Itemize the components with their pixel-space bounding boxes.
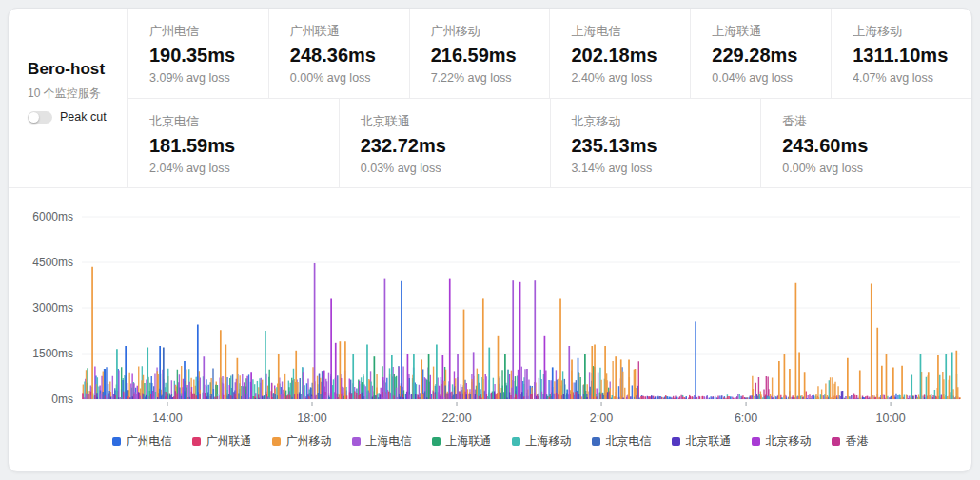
legend-label: 上海联通: [446, 433, 492, 450]
stat-node-name: 广州联通: [290, 23, 409, 40]
stat-avg-loss: 3.09% avg loss: [149, 71, 268, 85]
legend-swatch-icon: [832, 437, 840, 446]
legend-item[interactable]: 上海移动: [512, 433, 572, 450]
monitor-stat-card[interactable]: 上海联通 229.28ms 0.04% avg loss: [690, 9, 831, 98]
monitor-stat-card[interactable]: 香港 243.60ms 0.00% avg loss: [760, 99, 971, 188]
svg-text:2:00: 2:00: [590, 412, 613, 425]
legend-swatch-icon: [752, 437, 760, 446]
stat-node-name: 北京电信: [149, 113, 339, 130]
svg-text:4500ms: 4500ms: [32, 256, 73, 269]
svg-text:6:00: 6:00: [735, 412, 757, 425]
legend-label: 北京移动: [766, 433, 812, 450]
stat-latency-value: 181.59ms: [149, 135, 339, 157]
monitor-stat-card[interactable]: 上海移动 1311.10ms 4.07% avg loss: [831, 9, 971, 98]
svg-text:10:00: 10:00: [875, 412, 905, 425]
monitor-stat-card[interactable]: 北京移动 235.13ms 3.14% avg loss: [550, 99, 761, 188]
stats-grid: 广州电信 190.35ms 3.09% avg loss 广州联通 248.36…: [127, 9, 971, 187]
monitor-card: Bero-host 10 个监控服务 Peak cut 广州电信 190.35m…: [8, 8, 972, 472]
stat-avg-loss: 0.03% avg loss: [361, 162, 550, 175]
svg-text:0ms: 0ms: [51, 393, 73, 406]
monitor-stat-card[interactable]: 广州移动 216.59ms 7.22% avg loss: [409, 9, 550, 98]
host-title: Bero-host: [28, 60, 127, 79]
legend-label: 广州联通: [206, 433, 252, 450]
stat-avg-loss: 2.04% avg loss: [149, 162, 339, 175]
legend-label: 上海移动: [526, 433, 572, 450]
stat-node-name: 香港: [782, 113, 971, 130]
stat-node-name: 北京联通: [361, 113, 550, 130]
stat-node-name: 广州电信: [149, 23, 268, 40]
legend-swatch-icon: [272, 437, 281, 446]
toggle-knob-icon: [29, 112, 39, 123]
legend-item[interactable]: 广州联通: [192, 433, 252, 450]
stat-avg-loss: 0.04% avg loss: [712, 71, 831, 85]
legend-item[interactable]: 香港: [832, 433, 869, 450]
chart-legend: 广州电信 广州联通 广州移动 上海电信 上海联通 上海移动 北京电信 北京联通 …: [9, 433, 971, 450]
host-subtitle: 10 个监控服务: [28, 86, 127, 102]
stat-avg-loss: 3.14% avg loss: [572, 162, 761, 175]
svg-text:1500ms: 1500ms: [32, 347, 73, 360]
legend-label: 北京联通: [686, 433, 732, 450]
stat-latency-value: 202.18ms: [571, 45, 690, 67]
stat-avg-loss: 0.00% avg loss: [290, 71, 409, 85]
legend-swatch-icon: [432, 437, 441, 446]
legend-item[interactable]: 广州移动: [272, 433, 332, 450]
peak-cut-label: Peak cut: [60, 110, 107, 124]
chart-section: 0ms1500ms3000ms4500ms6000ms14:0018:0022:…: [9, 187, 971, 471]
legend-label: 香港: [846, 433, 869, 450]
stat-latency-value: 190.35ms: [149, 45, 268, 67]
legend-label: 上海电信: [366, 433, 412, 450]
svg-text:14:00: 14:00: [152, 412, 182, 425]
svg-text:6000ms: 6000ms: [32, 210, 73, 223]
stat-avg-loss: 0.00% avg loss: [782, 162, 971, 175]
chart-canvas: 0ms1500ms3000ms4500ms6000ms14:0018:0022:…: [9, 188, 971, 471]
monitor-stat-card[interactable]: 广州电信 190.35ms 3.09% avg loss: [127, 9, 268, 98]
legend-swatch-icon: [112, 437, 121, 446]
stat-latency-value: 229.28ms: [712, 45, 831, 67]
legend-item[interactable]: 上海联通: [432, 433, 492, 450]
stats-row-2: 北京电信 181.59ms 2.04% avg loss 北京联通 232.72…: [127, 98, 971, 188]
svg-text:18:00: 18:00: [297, 412, 326, 425]
legend-swatch-icon: [512, 437, 520, 446]
legend-item[interactable]: 北京电信: [592, 433, 652, 450]
stat-avg-loss: 4.07% avg loss: [853, 71, 971, 85]
stat-latency-value: 248.36ms: [290, 45, 409, 67]
monitor-stat-card[interactable]: 广州联通 248.36ms 0.00% avg loss: [268, 9, 409, 98]
legend-swatch-icon: [672, 437, 680, 446]
legend-label: 广州电信: [127, 433, 172, 450]
monitor-stat-card[interactable]: 北京联通 232.72ms 0.03% avg loss: [339, 99, 550, 188]
stat-latency-value: 235.13ms: [572, 135, 761, 157]
svg-text:3000ms: 3000ms: [32, 301, 73, 315]
svg-text:22:00: 22:00: [441, 412, 471, 425]
legend-swatch-icon: [192, 437, 201, 446]
stat-node-name: 上海移动: [853, 23, 971, 40]
stat-avg-loss: 7.22% avg loss: [431, 71, 550, 85]
stat-latency-value: 232.72ms: [361, 135, 550, 157]
stat-node-name: 北京移动: [572, 113, 761, 130]
header: Bero-host 10 个监控服务 Peak cut 广州电信 190.35m…: [9, 9, 971, 187]
monitor-stat-card[interactable]: 上海电信 202.18ms 2.40% avg loss: [549, 9, 690, 98]
legend-swatch-icon: [592, 437, 600, 446]
peak-cut-toggle[interactable]: [28, 111, 52, 124]
stat-node-name: 广州移动: [431, 23, 550, 40]
stat-latency-value: 243.60ms: [782, 135, 971, 157]
host-block: Bero-host 10 个监控服务 Peak cut: [9, 9, 127, 187]
legend-item[interactable]: 广州电信: [112, 433, 172, 450]
stat-latency-value: 216.59ms: [431, 45, 550, 67]
legend-item[interactable]: 北京联通: [672, 433, 732, 450]
legend-swatch-icon: [352, 437, 361, 446]
legend-item[interactable]: 上海电信: [352, 433, 412, 450]
legend-item[interactable]: 北京移动: [752, 433, 812, 450]
legend-label: 北京电信: [606, 433, 652, 450]
stat-latency-value: 1311.10ms: [853, 45, 971, 67]
stat-node-name: 上海电信: [571, 23, 690, 40]
stat-node-name: 上海联通: [712, 23, 831, 40]
monitor-stat-card[interactable]: 北京电信 181.59ms 2.04% avg loss: [127, 99, 339, 188]
peak-cut-row: Peak cut: [28, 110, 127, 124]
legend-label: 广州移动: [286, 433, 332, 450]
stat-avg-loss: 2.40% avg loss: [571, 71, 690, 85]
stats-row-1: 广州电信 190.35ms 3.09% avg loss 广州联通 248.36…: [127, 9, 971, 98]
